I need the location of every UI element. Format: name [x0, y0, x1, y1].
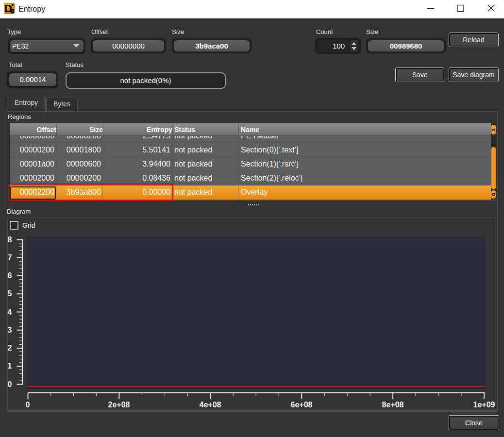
- svg-text:e: e: [10, 6, 15, 14]
